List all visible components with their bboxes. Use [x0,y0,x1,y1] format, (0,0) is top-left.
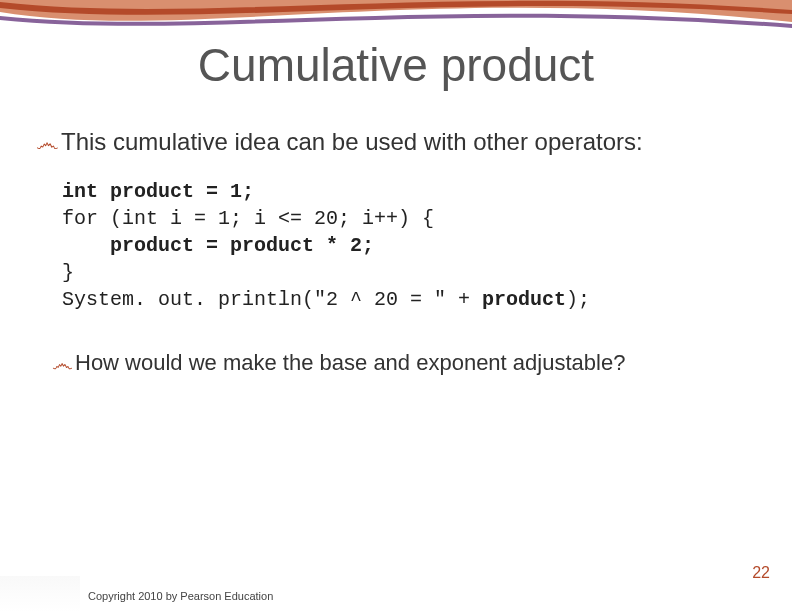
header-swoosh [0,0,792,40]
bullet-icon: ෴ [52,350,73,376]
copyright-text: Copyright 2010 by Pearson Education [88,590,273,602]
code-l4: } [62,261,74,284]
page-number: 22 [752,564,770,582]
code-l5c: ); [566,288,590,311]
code-l1: int product = 1; [62,180,254,203]
corner-decoration [0,576,80,612]
bullet-main: ෴ This cumulative idea can be used with … [36,128,643,157]
code-l5a: System. out. println("2 ^ 20 = " + [62,288,482,311]
code-l3-indent [62,234,110,257]
bullet-main-text: This cumulative idea can be used with ot… [61,128,643,157]
bullet-icon: ෴ [36,128,59,156]
code-l3: product = product * 2; [110,234,374,257]
code-block: int product = 1; for (int i = 1; i <= 20… [62,178,590,313]
bullet-sub: ෴ How would we make the base and exponen… [52,350,625,376]
code-l2: for (int i = 1; i <= 20; i++) { [62,207,434,230]
code-l5b: product [482,288,566,311]
bullet-sub-text: How would we make the base and exponent … [75,350,625,376]
slide-title: Cumulative product [0,38,792,92]
